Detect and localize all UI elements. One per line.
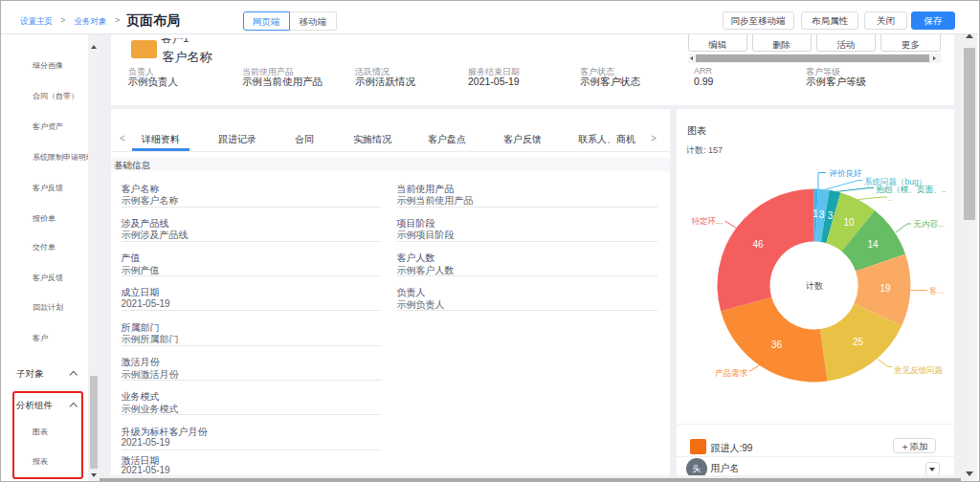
svg-text:14: 14 xyxy=(867,239,879,250)
svg-text:特定环...: 特定环... xyxy=(691,216,723,226)
svg-text:46: 46 xyxy=(752,239,764,250)
svg-text:3: 3 xyxy=(828,210,834,221)
svg-text:产品需求: 产品需求 xyxy=(715,368,748,378)
svg-text:..: .. xyxy=(888,193,893,203)
svg-text:无内容...: 无内容... xyxy=(914,219,946,229)
svg-text:客...: 客... xyxy=(929,286,945,296)
svg-text:1: 1 xyxy=(813,208,818,219)
svg-text:36: 36 xyxy=(771,340,783,350)
svg-text:计数: 计数 xyxy=(805,281,823,291)
svg-text:19: 19 xyxy=(880,283,891,294)
svg-text:25: 25 xyxy=(853,337,864,347)
svg-text:意见反馈问题: 意见反馈问题 xyxy=(893,365,943,375)
svg-text:评价良好: 评价良好 xyxy=(829,168,862,178)
svg-text:10: 10 xyxy=(843,217,855,228)
svg-text:3: 3 xyxy=(819,209,825,220)
svg-text:抱怨（模、页面、..: 抱怨（模、页面、.. xyxy=(876,185,947,194)
